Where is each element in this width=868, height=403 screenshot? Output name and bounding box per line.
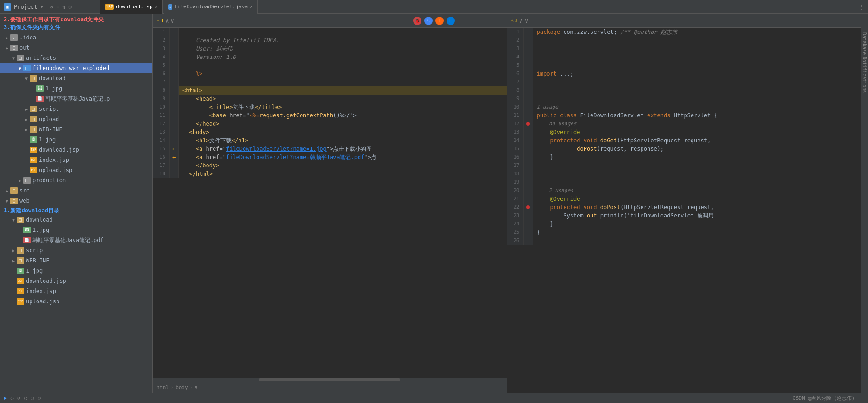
sidebar-item-indexjsp1[interactable]: ▶ JSP index.jsp <box>0 155 152 165</box>
1jpg2-file-icon: 🖼 <box>30 136 37 143</box>
right-more-options[interactable]: ⋮ <box>852 18 857 24</box>
tab-download-jsp-label: download.jsp <box>116 4 152 10</box>
sidebar-item-out[interactable]: ▶ □ out <box>0 43 152 53</box>
sidebar-item-pdf1[interactable]: ▶ 📄 韩顺平零基础Java笔记.p <box>0 94 152 104</box>
rcode-line-19: 19 <box>507 178 861 186</box>
sidebar-item-1jpg3[interactable]: ▶ 🖼 1.jpg <box>0 225 152 235</box>
sidebar-item-web[interactable]: ▼ □ web <box>0 196 152 206</box>
breadcrumb-body: body <box>176 384 188 390</box>
sidebar-item-download2[interactable]: ▼ □ download <box>0 215 152 225</box>
sidebar-item-1jpg2[interactable]: ▶ 🖼 1.jpg <box>0 134 152 145</box>
sidebar-item-1jpg1[interactable]: ▶ 🖼 1.jpg <box>0 83 152 94</box>
artifacts-label: artifacts <box>26 55 56 61</box>
database-tab[interactable]: Database <box>862 32 867 55</box>
left-scrollbar-thumb[interactable] <box>259 378 400 381</box>
left-nav-arrows[interactable]: ∧ ∨ <box>165 18 174 24</box>
rcode-line-24: 24 } <box>507 220 861 228</box>
status-text1: ○ <box>11 395 14 401</box>
sidebar-item-fileupdown[interactable]: ▼ □ fileupdown_war_exploded <box>0 63 152 73</box>
idea-label: .idea <box>19 34 36 41</box>
1jpg4-file-icon: 🖼 <box>17 268 24 274</box>
webinf2-folder-icon: □ <box>17 257 24 264</box>
status-run-icon[interactable]: ▶ <box>4 395 7 401</box>
sidebar-item-downloadjsp2[interactable]: ▶ JSP download.jsp <box>0 276 152 286</box>
sidebar-item-webinf2[interactable]: ▶ □ WEB-INF <box>0 256 152 266</box>
pdf1-file-icon: 📄 <box>36 96 44 102</box>
left-nav-down[interactable]: ∨ <box>170 18 174 24</box>
1jpg2-label: 1.jpg <box>39 136 56 143</box>
script2-folder-icon: □ <box>17 247 24 254</box>
status-author: CSDN @吉风秀隆（赵志伟） <box>793 395 857 402</box>
tab-filedownloadservlet-close[interactable]: × <box>250 4 252 9</box>
sidebar-item-script1[interactable]: ▶ □ script <box>0 104 152 114</box>
toolbar-icon4[interactable]: ⚙ <box>69 4 72 10</box>
sidebar-item-uploadjsp2[interactable]: ▶ JSP upload.jsp <box>0 296 152 307</box>
right-editor-content[interactable]: 1 package com.zzw.servlet; /** @author 赵… <box>507 28 861 393</box>
out-folder-icon: □ <box>10 45 18 51</box>
toolbar-icon3[interactable]: ⇅ <box>62 4 65 10</box>
sidebar-item-script2[interactable]: ▶ □ script <box>0 245 152 256</box>
fileupdown-folder-icon: □ <box>23 65 31 71</box>
code-line-17: 17 </body> <box>153 161 507 170</box>
toolbar-icon5[interactable]: — <box>75 4 78 10</box>
upload1-arrow: ▶ <box>23 117 30 122</box>
rcode-line-10: 10 1 usage <box>507 103 861 111</box>
code-line-13: 13 <body> <box>153 128 507 136</box>
rcode-line-11: 11 public class FileDownloadServlet exte… <box>507 111 861 120</box>
left-editor-warning-count: 1 <box>161 18 164 24</box>
sidebar-item-downloadjsp1[interactable]: ▶ JSP download.jsp <box>0 145 152 155</box>
sidebar-item-pdf2[interactable]: ▶ 📄 韩顺平零基础Java笔记.pdf <box>0 235 152 245</box>
right-nav-down[interactable]: ∨ <box>525 18 528 24</box>
editor-tabs: JSP download.jsp × ☕ FileDownloadServlet… <box>100 0 864 14</box>
sidebar-item-download1[interactable]: ▼ □ download <box>0 73 152 83</box>
code-line-8: 8 <html> <box>153 86 507 95</box>
project-dropdown[interactable]: ▾ <box>40 4 44 10</box>
status-text4: ○ <box>31 395 34 401</box>
gutter-warning-15: ← <box>172 145 176 153</box>
title-bar: ▣ Project ▾ ⊙ ≡ ⇅ ⚙ — JSP download.jsp ×… <box>0 0 868 14</box>
left-nav-up[interactable]: ∧ <box>165 18 169 24</box>
tab-filedownloadservlet[interactable]: ☕ FileDownloadServlet.java × <box>164 0 258 14</box>
code-line-6: 6 --%> <box>153 70 507 78</box>
sidebar-item-artifacts[interactable]: ▼ □ artifacts <box>0 53 152 63</box>
tab-filedownloadservlet-label: FileDownloadServlet.java <box>174 4 248 10</box>
sidebar-item-src[interactable]: ▶ □ src <box>0 186 152 196</box>
notifications-tab[interactable]: Notifications <box>862 57 867 93</box>
left-editor-warning: ⚠ <box>157 18 160 24</box>
toolbar-icon1[interactable]: ⊙ <box>50 4 53 10</box>
sidebar-item-idea[interactable]: ▶ . .idea <box>0 32 152 43</box>
left-scrollbar[interactable] <box>153 378 507 382</box>
rcode-line-23: 23 System.out.println("fileDownloadServl… <box>507 211 861 220</box>
pdf1-label: 韩顺平零基础Java笔记.p <box>45 95 110 103</box>
sidebar-item-production[interactable]: ▶ □ production <box>0 175 152 186</box>
browser-icon-unknown[interactable]: 🐞 <box>413 17 421 25</box>
artifacts-arrow: ▼ <box>10 56 17 61</box>
browser-icon-chrome[interactable]: C <box>424 17 433 25</box>
script2-label: script <box>26 247 46 254</box>
uploadjsp2-label: upload.jsp <box>26 298 59 305</box>
main-area: 2.要确保工作目录下有download文件夹 3.确保文件夹内有文件 ▶ . .… <box>0 14 868 393</box>
browser-icon-firefox[interactable]: F <box>435 17 444 25</box>
rcode-line-13: 13 @Override <box>507 128 861 136</box>
sidebar-item-1jpg4[interactable]: ▶ 🖼 1.jpg <box>0 266 152 276</box>
sidebar-item-webinf1[interactable]: ▶ □ WEB-INF <box>0 124 152 134</box>
toolbar-icon2[interactable]: ≡ <box>56 4 59 10</box>
sidebar-item-uploadjsp1[interactable]: ▶ JSP upload.jsp <box>0 165 152 175</box>
sidebar-item-upload1[interactable]: ▶ □ upload <box>0 114 152 124</box>
right-nav-up[interactable]: ∧ <box>520 18 523 24</box>
code-line-14: 14 <h1>文件下载</h1> <box>153 136 507 145</box>
1jpg3-file-icon: 🖼 <box>23 227 31 233</box>
sidebar-item-indexjsp2[interactable]: ▶ JSP index.jsp <box>0 286 152 296</box>
download1-label: download <box>39 75 66 82</box>
right-nav-arrows[interactable]: ∧ ∨ <box>520 18 528 24</box>
left-editor-footer: html › body › a <box>153 382 507 393</box>
code-line-3: 3 User: 赵志伟 <box>153 45 507 53</box>
browser-icon-edge[interactable]: E <box>447 17 455 25</box>
new-download-annotation: 1.新建download目录 <box>0 206 152 215</box>
left-editor-content[interactable]: 1 2 Created by IntelliJ IDEA. 3 User: 赵志… <box>153 28 507 378</box>
tab-download-jsp[interactable]: JSP download.jsp × <box>100 0 163 14</box>
rcode-line-8: 8 <box>507 86 861 95</box>
code-line-1: 1 <box>153 28 507 36</box>
tab-download-jsp-close[interactable]: × <box>155 4 157 9</box>
tab-more[interactable]: ⋮ <box>859 4 864 10</box>
